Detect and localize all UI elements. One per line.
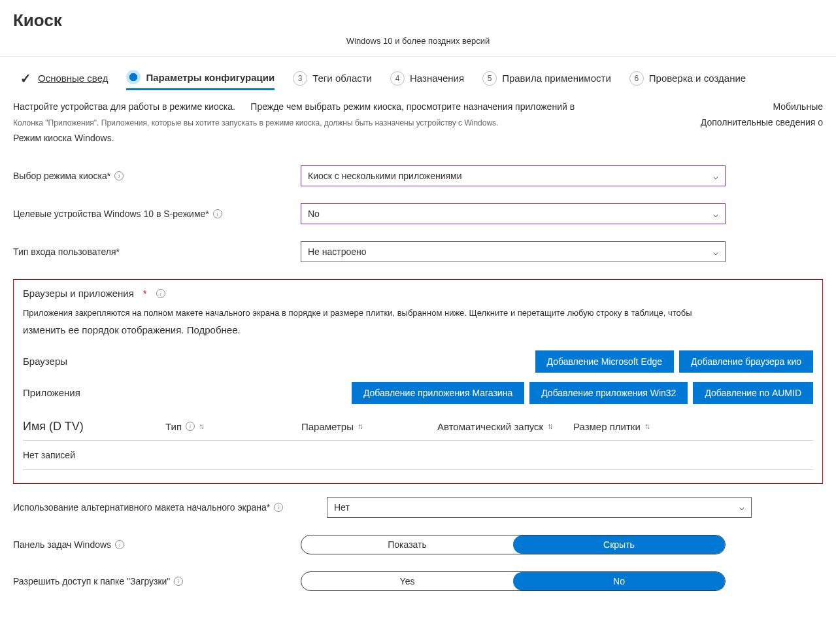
add-aumid-button[interactable]: Добавление по AUMID xyxy=(693,382,813,404)
divider xyxy=(0,56,836,57)
step-number-badge: 5 xyxy=(482,71,497,86)
alt-layout-label: Использование альтернативного макета нач… xyxy=(13,502,320,513)
section-heading: Браузеры и приложения * i xyxy=(23,288,813,299)
info-icon[interactable]: i xyxy=(274,503,283,512)
kiosk-mode-label: Выбор режима киоска* i xyxy=(13,171,294,181)
col-autolaunch[interactable]: Автоматический запуск ↑↓ xyxy=(437,421,568,432)
downloads-yes-option[interactable]: Yes xyxy=(301,572,513,590)
add-edge-button[interactable]: Добавление Microsoft Edge xyxy=(535,350,675,373)
table-divider xyxy=(23,469,813,470)
kiosk-mode-select[interactable]: Киоск с несколькими приложениями ⌵ xyxy=(301,165,726,186)
step-applicability[interactable]: 5 Правила применимости xyxy=(482,71,611,86)
info-icon[interactable]: i xyxy=(115,540,124,549)
s-mode-select[interactable]: No ⌵ xyxy=(301,203,726,224)
page-title: Киоск xyxy=(13,10,823,31)
alt-layout-select[interactable]: Нет ⌵ xyxy=(327,497,752,518)
taskbar-label: Панель задач Windows i xyxy=(13,539,294,550)
step-review[interactable]: 6 Проверка и создание xyxy=(629,71,746,86)
add-win32-app-button[interactable]: Добавление приложения Win32 xyxy=(529,382,688,404)
chevron-down-icon: ⌵ xyxy=(713,209,718,219)
chevron-down-icon: ⌵ xyxy=(739,502,744,512)
col-tilesize[interactable]: Размер плитки ↑↓ xyxy=(573,421,813,432)
info-icon[interactable]: i xyxy=(213,209,222,218)
info-icon[interactable]: i xyxy=(114,171,124,180)
extra-link-more[interactable]: Дополнительные сведения о xyxy=(701,115,823,131)
info-icon: i xyxy=(186,422,195,431)
downloads-no-option[interactable]: No xyxy=(513,572,725,590)
sort-icon: ↑↓ xyxy=(644,422,648,431)
sort-icon: ↑↓ xyxy=(547,422,551,431)
browsers-row-label: Браузеры xyxy=(23,356,258,367)
col-params[interactable]: Параметры ↑↓ xyxy=(301,421,432,432)
page-subtitle: Windows 10 и более поздних версий xyxy=(13,36,823,46)
step-configuration[interactable]: ● Параметры конфигурации xyxy=(126,70,275,90)
downloads-label: Разрешить доступ к папке "Загрузки" i xyxy=(13,576,294,586)
info-icon[interactable]: i xyxy=(156,289,165,298)
extra-link-mobile[interactable]: Мобильные xyxy=(773,99,824,115)
logon-type-label: Тип входа пользователя* xyxy=(13,246,294,257)
browsers-apps-section: Браузеры и приложения * i Приложения зак… xyxy=(13,279,823,483)
intro-text: Мобильные Настройте устройства для работ… xyxy=(13,99,823,146)
step-scope-tags[interactable]: 3 Теги области xyxy=(293,71,372,86)
info-icon[interactable]: i xyxy=(174,577,183,586)
check-icon: ✓ xyxy=(18,71,33,86)
col-name[interactable]: Имя (D TV) xyxy=(23,420,160,433)
taskbar-hide-option[interactable]: Скрыть xyxy=(513,535,725,554)
logon-type-select[interactable]: Не настроено ⌵ xyxy=(301,241,726,262)
step-assignments[interactable]: 4 Назначения xyxy=(390,71,464,86)
taskbar-show-option[interactable]: Показать xyxy=(301,535,513,554)
no-records-text: Нет записей xyxy=(23,442,813,468)
step-badge-icon: ● xyxy=(126,70,141,84)
apps-row-label: Приложения xyxy=(23,387,258,398)
step-number-badge: 4 xyxy=(390,71,405,86)
col-type[interactable]: Тип i ↑↓ xyxy=(165,421,296,432)
step-basics[interactable]: ✓ Основные свед xyxy=(18,71,108,86)
section-description: Приложения закрепляются на полном макете… xyxy=(23,305,813,338)
required-asterisk: * xyxy=(143,288,147,299)
sort-icon: ↑↓ xyxy=(358,422,361,431)
table-divider xyxy=(23,440,813,441)
wizard-stepper: ✓ Основные свед ● Параметры конфигурации… xyxy=(13,69,823,88)
step-number-badge: 6 xyxy=(629,71,644,86)
s-mode-label: Целевые устройства Windows 10 в S-режиме… xyxy=(13,209,294,219)
downloads-toggle: Yes No xyxy=(301,571,726,591)
taskbar-toggle: Показать Скрыть xyxy=(301,535,726,554)
add-kiosk-browser-button[interactable]: Добавление браузера кио xyxy=(679,350,813,373)
sort-icon: ↑↓ xyxy=(199,422,203,431)
step-number-badge: 3 xyxy=(293,71,307,86)
chevron-down-icon: ⌵ xyxy=(713,247,718,257)
chevron-down-icon: ⌵ xyxy=(713,171,718,181)
add-store-app-button[interactable]: Добавление приложения Магазина xyxy=(352,382,524,404)
apps-table-header: Имя (D TV) Тип i ↑↓ Параметры ↑↓ Автомат… xyxy=(23,413,813,439)
